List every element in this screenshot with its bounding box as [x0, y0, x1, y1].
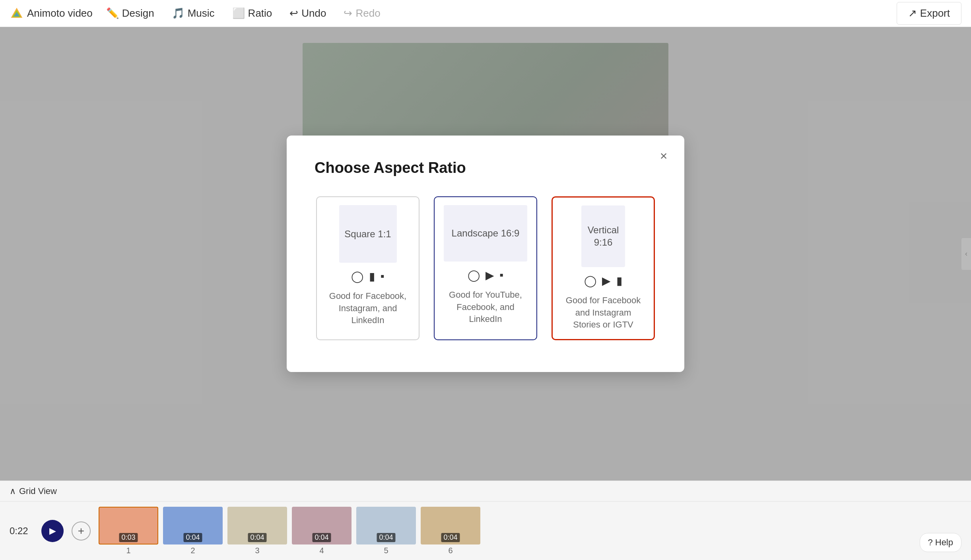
- vertical-preview-label: Vertical9:16: [588, 224, 619, 248]
- modal-backdrop: × Choose Aspect Ratio Square 1:1 ◯ ▮ ▪ G…: [0, 27, 971, 481]
- modal-title: Choose Aspect Ratio: [315, 159, 656, 176]
- square-preview-box: Square 1:1: [339, 205, 397, 263]
- thumbnails-row: 0:0310:0420:0430:0440:0450:046: [99, 507, 480, 555]
- help-label: Help: [935, 537, 953, 548]
- thumbnail-5[interactable]: 0:04: [356, 507, 416, 544]
- music-label: Music: [188, 7, 215, 19]
- facebook-icon-landscape: ◯: [468, 269, 480, 282]
- square-preview-label: Square 1:1: [344, 228, 391, 240]
- choose-aspect-ratio-modal: × Choose Aspect Ratio Square 1:1 ◯ ▮ ▪ G…: [287, 136, 684, 372]
- time-display: 0:22: [10, 525, 33, 537]
- modal-close-button[interactable]: ×: [655, 147, 672, 165]
- export-icon: ↗: [908, 7, 917, 19]
- thumb-wrapper-1: 0:031: [99, 507, 158, 555]
- youtube-icon-landscape: ▶: [486, 269, 494, 282]
- export-button[interactable]: ↗ Export: [897, 2, 961, 25]
- landscape-platform-icons: ◯ ▶ ▪: [468, 269, 504, 282]
- thumb-number-4: 4: [292, 546, 352, 555]
- play-icon: ▶: [49, 526, 56, 536]
- igtv-icon-vertical: ▶: [602, 274, 611, 287]
- ratio-options: Square 1:1 ◯ ▮ ▪ Good for Facebook, Inst…: [315, 196, 656, 340]
- instagram-icon-vertical: ◯: [584, 274, 596, 287]
- design-button[interactable]: ✏️ Design: [99, 3, 161, 23]
- animoto-logo-icon: [10, 6, 24, 21]
- thumb-wrapper-6: 0:046: [421, 507, 480, 555]
- thumbnail-1[interactable]: 0:03: [99, 507, 158, 544]
- vertical-ratio-desc: Good for Facebook and Instagram Stories …: [561, 295, 646, 331]
- thumb-number-6: 6: [421, 546, 480, 555]
- bottom-toolbar: ∧ Grid View: [0, 481, 971, 502]
- plus-icon: +: [78, 525, 84, 537]
- thumb-wrapper-3: 0:043: [227, 507, 287, 555]
- grid-view-label: Grid View: [19, 486, 57, 496]
- thumb-duration-2: 0:04: [183, 533, 202, 542]
- thumb-duration-1: 0:03: [119, 533, 138, 542]
- ratio-button[interactable]: ⬜ Ratio: [225, 3, 280, 23]
- landscape-preview-label: Landscape 16:9: [452, 227, 520, 239]
- bottom-panel: ∧ Grid View 0:22 ▶ + 0:0310:0420:0430:04…: [0, 481, 971, 560]
- instagram-icon-square: ◯: [351, 270, 363, 283]
- thumbnail-6[interactable]: 0:04: [421, 507, 480, 544]
- landscape-ratio-card[interactable]: Landscape 16:9 ◯ ▶ ▪ Good for YouTube, F…: [434, 196, 537, 340]
- thumb-wrapper-4: 0:044: [292, 507, 352, 555]
- thumb-number-3: 3: [227, 546, 287, 555]
- ratio-icon: ⬜: [232, 7, 245, 19]
- ratio-label: Ratio: [248, 7, 272, 19]
- landscape-ratio-desc: Good for YouTube, Facebook, and LinkedIn: [443, 289, 528, 326]
- logo[interactable]: Animoto video: [10, 6, 93, 21]
- redo-icon: ↪: [344, 7, 352, 19]
- thumb-wrapper-5: 0:045: [356, 507, 416, 555]
- thumb-number-5: 5: [356, 546, 416, 555]
- help-icon: ?: [928, 537, 933, 548]
- music-button[interactable]: 🎵 Music: [165, 3, 222, 23]
- toolbar: Animoto video ✏️ Design 🎵 Music ⬜ Ratio …: [0, 0, 971, 27]
- thumbnail-2[interactable]: 0:04: [163, 507, 223, 544]
- redo-button[interactable]: ↪ Redo: [336, 3, 387, 23]
- design-label: Design: [122, 7, 154, 19]
- play-button[interactable]: ▶: [41, 520, 64, 542]
- square-platform-icons: ◯ ▮ ▪: [351, 270, 385, 283]
- undo-label: Undo: [301, 7, 326, 19]
- thumbnail-4[interactable]: 0:04: [292, 507, 352, 544]
- chevron-up-icon: ∧: [10, 486, 16, 496]
- vertical-preview-box: Vertical9:16: [581, 205, 625, 267]
- add-clip-button[interactable]: +: [72, 521, 91, 541]
- design-icon: ✏️: [106, 7, 119, 19]
- linkedin-icon-square: ▪: [381, 270, 385, 283]
- help-button[interactable]: ? Help: [920, 533, 962, 552]
- undo-icon: ↩: [289, 7, 298, 19]
- facebook-icon-vertical: ▮: [616, 274, 622, 287]
- thumbnail-3[interactable]: 0:04: [227, 507, 287, 544]
- thumb-wrapper-2: 0:042: [163, 507, 223, 555]
- square-ratio-desc: Good for Facebook, Instagram, and Linked…: [325, 290, 411, 327]
- thumb-number-1: 1: [99, 546, 158, 555]
- grid-view-toggle[interactable]: ∧ Grid View: [10, 486, 57, 496]
- facebook-icon-square: ▮: [369, 270, 375, 283]
- thumb-duration-6: 0:04: [441, 533, 460, 542]
- square-ratio-card[interactable]: Square 1:1 ◯ ▮ ▪ Good for Facebook, Inst…: [316, 196, 419, 340]
- thumb-number-2: 2: [163, 546, 223, 555]
- vertical-platform-icons: ◯ ▶ ▮: [584, 274, 622, 287]
- thumb-duration-3: 0:04: [248, 533, 266, 542]
- linkedin-icon-landscape: ▪: [500, 269, 504, 281]
- music-icon: 🎵: [172, 7, 184, 19]
- thumb-duration-5: 0:04: [377, 533, 395, 542]
- main-area: × Choose Aspect Ratio Square 1:1 ◯ ▮ ▪ G…: [0, 27, 971, 481]
- export-label: Export: [920, 7, 950, 19]
- landscape-preview-box: Landscape 16:9: [444, 205, 527, 262]
- timeline-area: 0:22 ▶ + 0:0310:0420:0430:0440:0450:046: [0, 502, 971, 560]
- thumb-duration-4: 0:04: [312, 533, 331, 542]
- redo-label: Redo: [355, 7, 380, 19]
- undo-button[interactable]: ↩ Undo: [282, 3, 333, 23]
- logo-label: Animoto video: [27, 7, 93, 19]
- vertical-ratio-card[interactable]: Vertical9:16 ◯ ▶ ▮ Good for Facebook and…: [552, 196, 655, 340]
